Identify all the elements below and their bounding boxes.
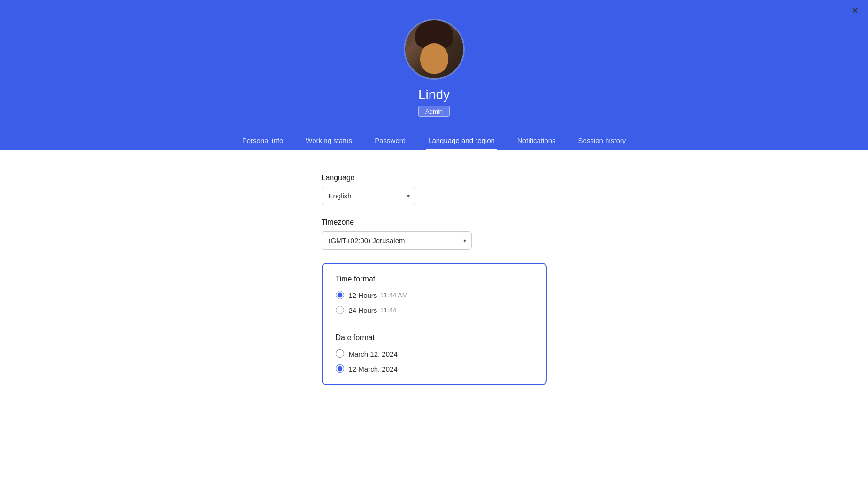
date-format-dmy-option[interactable]: 12 March, 2024 — [336, 364, 533, 373]
tab-session-history[interactable]: Session history — [567, 131, 638, 150]
time-format-radio-group: 12 Hours 11:44 AM 24 Hours 11:44 — [336, 291, 533, 314]
date-format-section: Date format March 12, 2024 12 March, 202… — [336, 334, 533, 373]
format-divider — [336, 324, 533, 324]
admin-badge: Admin — [418, 106, 450, 117]
date-format-mdy-option[interactable]: March 12, 2024 — [336, 349, 533, 358]
time-format-24h-option[interactable]: 24 Hours 11:44 — [336, 306, 533, 314]
timezone-section: Timezone (GMT+02:00) Jerusalem (GMT+00:0… — [322, 218, 547, 250]
tab-personal-info[interactable]: Personal info — [231, 131, 295, 150]
time-format-title: Time format — [336, 275, 533, 283]
time-format-24h-radio[interactable] — [336, 306, 344, 314]
time-format-section: Time format 12 Hours 11:44 AM 24 Hours — [336, 275, 533, 314]
timezone-select[interactable]: (GMT+02:00) Jerusalem (GMT+00:00) UTC (G… — [322, 231, 472, 250]
profile-nav: Personal info Working status Password La… — [0, 131, 868, 150]
language-select[interactable]: English Spanish French German Hebrew — [322, 187, 415, 205]
language-section: Language English Spanish French German H… — [322, 174, 547, 205]
time-format-24h-label: 24 Hours — [349, 306, 377, 314]
tab-password[interactable]: Password — [363, 131, 417, 150]
close-button[interactable]: ✕ — [852, 6, 859, 16]
main-content: Language English Spanish French German H… — [0, 150, 868, 478]
tab-language-and-region[interactable]: Language and region — [417, 131, 506, 150]
date-format-title: Date format — [336, 334, 533, 342]
date-format-dmy-label: 12 March, 2024 — [349, 365, 398, 373]
timezone-label: Timezone — [322, 218, 547, 227]
date-format-mdy-label: March 12, 2024 — [349, 350, 398, 358]
timezone-select-wrapper: (GMT+02:00) Jerusalem (GMT+00:00) UTC (G… — [322, 231, 472, 250]
time-format-12h-example: 11:44 AM — [380, 291, 407, 299]
settings-form: Language English Spanish French German H… — [322, 174, 547, 385]
time-format-24h-example: 11:44 — [380, 306, 396, 314]
tab-working-status[interactable]: Working status — [294, 131, 363, 150]
format-box: Time format 12 Hours 11:44 AM 24 Hours — [322, 263, 547, 385]
date-format-radio-group: March 12, 2024 12 March, 2024 — [336, 349, 533, 373]
language-label: Language — [322, 174, 547, 182]
date-format-mdy-radio[interactable] — [336, 349, 344, 358]
time-format-12h-radio[interactable] — [336, 291, 344, 299]
user-name: Lindy — [418, 87, 450, 102]
profile-header: Lindy Admin Personal info Working status… — [0, 0, 868, 150]
avatar — [404, 19, 465, 80]
language-select-wrapper: English Spanish French German Hebrew ▾ — [322, 187, 415, 205]
date-format-dmy-radio[interactable] — [336, 364, 344, 373]
tab-notifications[interactable]: Notifications — [506, 131, 567, 150]
time-format-12h-label: 12 Hours — [349, 291, 377, 299]
time-format-12h-option[interactable]: 12 Hours 11:44 AM — [336, 291, 533, 299]
